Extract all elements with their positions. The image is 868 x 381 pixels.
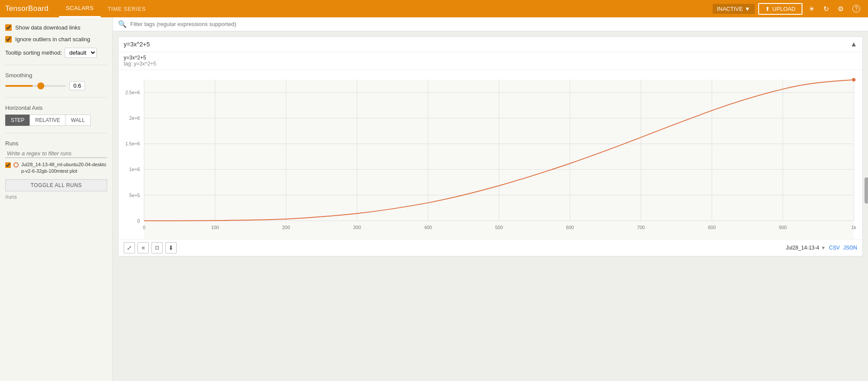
svg-text:500: 500 xyxy=(495,225,503,230)
horizontal-axis-label: Horizontal Axis xyxy=(5,105,107,111)
svg-text:1k: 1k xyxy=(852,225,857,230)
show-download-links-checkbox[interactable]: Show data download links xyxy=(5,24,107,31)
svg-text:400: 400 xyxy=(424,225,432,230)
run-item[interactable]: Jul28_14-13-48_ml-ubuntu20-04-desktop-v2… xyxy=(5,161,107,175)
divider-3 xyxy=(5,133,107,133)
svg-text:5e+5: 5e+5 xyxy=(129,193,140,198)
show-download-links-input[interactable] xyxy=(5,24,12,31)
svg-point-35 xyxy=(852,78,855,82)
axis-step-button[interactable]: STEP xyxy=(5,115,30,126)
svg-text:1.5e+6: 1.5e+6 xyxy=(125,141,140,146)
horizontal-axis-section: Horizontal Axis STEP RELATIVE WALL xyxy=(5,105,107,126)
run-checkbox[interactable] xyxy=(5,162,11,168)
axis-relative-button[interactable]: RELATIVE xyxy=(30,115,65,126)
smoothing-value-input[interactable]: 0.6 xyxy=(69,81,85,90)
run-label-tag: Jul28_14-13-4 ▼ xyxy=(786,245,826,251)
chart-tooltip-name: y=3x^2+5 xyxy=(124,55,857,61)
filter-search-icon: 🔍 xyxy=(118,20,127,28)
smoothing-row: 0.6 xyxy=(5,81,107,90)
svg-text:2.5e+6: 2.5e+6 xyxy=(125,90,140,95)
smoothing-label: Smoothing xyxy=(5,72,107,79)
chevron-down-icon: ▼ xyxy=(745,6,750,12)
upload-icon: ⬆ xyxy=(765,6,770,12)
toggle-all-runs-button[interactable]: TOGGLE ALL RUNS xyxy=(5,179,107,191)
runs-filter-input[interactable] xyxy=(5,149,107,158)
right-panel-handle[interactable] xyxy=(865,177,868,204)
svg-text:100: 100 xyxy=(211,225,219,230)
svg-text:1e+6: 1e+6 xyxy=(129,167,140,172)
chart-title: y=3x^2+5 xyxy=(124,41,150,48)
ignore-outliers-checkbox[interactable]: Ignore outliers in chart scaling xyxy=(5,36,107,43)
svg-text:700: 700 xyxy=(637,225,645,230)
run-color-dot xyxy=(13,162,19,168)
axis-buttons: STEP RELATIVE WALL xyxy=(5,115,107,126)
top-navigation: TensorBoard SCALARS TIME SERIES INACTIVE… xyxy=(0,0,868,17)
run-label-dropdown-arrow[interactable]: ▼ xyxy=(821,245,825,250)
nav-right: INACTIVE ▼ ⬆ UPLOAD ☀ ↻ ⚙ ? xyxy=(713,3,863,15)
settings-button[interactable]: ⚙ xyxy=(835,3,846,15)
filter-bar: 🔍 xyxy=(113,17,868,31)
theme-toggle-button[interactable]: ☀ xyxy=(806,3,817,15)
sun-icon: ☀ xyxy=(809,5,815,13)
tooltip-sort-select[interactable]: default xyxy=(65,48,97,58)
filter-tags-input[interactable] xyxy=(130,21,863,27)
smoothing-section: Smoothing 0.6 xyxy=(5,72,107,90)
nav-scalars[interactable]: SCALARS xyxy=(59,0,101,17)
svg-text:0: 0 xyxy=(143,225,145,230)
chart-svg-wrapper: 0 5e+5 1e+6 1.5e+6 2e+6 2.5e+6 0 100 200… xyxy=(118,70,862,239)
expand-view-button[interactable]: ⤢ xyxy=(124,242,135,253)
download-icon: ⬇ xyxy=(168,244,174,251)
json-download-link[interactable]: JSON xyxy=(843,245,857,251)
svg-text:0: 0 xyxy=(137,218,140,223)
status-select[interactable]: INACTIVE ▼ xyxy=(713,4,755,14)
runs-label: Runs xyxy=(5,140,107,147)
svg-text:2e+6: 2e+6 xyxy=(129,115,140,121)
smoothing-slider[interactable] xyxy=(5,85,66,87)
ignore-outliers-input[interactable] xyxy=(5,36,12,43)
refresh-button[interactable]: ↻ xyxy=(821,3,832,15)
upload-button[interactable]: ⬆ UPLOAD xyxy=(758,3,802,15)
app-logo: TensorBoard xyxy=(5,4,49,13)
chart-card: y=3x^2+5 ▲ y=3x^2+5 tag: y=3x^2+5 xyxy=(118,36,863,256)
expand-icon: ⤢ xyxy=(127,244,132,251)
svg-text:600: 600 xyxy=(566,225,574,230)
run-label: Jul28_14-13-48_ml-ubuntu20-04-desktop-v2… xyxy=(21,161,107,175)
lines-icon: ≡ xyxy=(141,245,145,251)
help-button[interactable]: ? xyxy=(850,3,863,14)
chart-collapse-button[interactable]: ▲ xyxy=(850,40,857,48)
divider-2 xyxy=(5,97,107,98)
svg-text:900: 900 xyxy=(779,225,787,230)
refresh-icon: ↻ xyxy=(823,5,829,13)
axis-wall-button[interactable]: WALL xyxy=(65,115,90,126)
runs-section: Runs Jul28_14-13-48_ml-ubuntu20-04-deskt… xyxy=(5,140,107,200)
select-region-icon: ⊡ xyxy=(155,245,159,251)
divider-1 xyxy=(5,65,107,65)
content-area: 🔍 y=3x^2+5 ▲ y=3x^2+5 tag: y=3x^2+5 xyxy=(113,17,868,381)
line-chart-button[interactable]: ≡ xyxy=(138,242,149,253)
chart-header: y=3x^2+5 ▲ xyxy=(118,37,862,52)
chart-run-label: Jul28_14-13-4 xyxy=(786,245,819,251)
chart-tooltip-label: y=3x^2+5 tag: y=3x^2+5 xyxy=(118,52,862,70)
main-layout: Show data download links Ignore outliers… xyxy=(0,17,868,381)
chart-footer-left: ⤢ ≡ ⊡ ⬇ xyxy=(124,242,177,253)
runs-path: /runs xyxy=(5,194,107,200)
chart-svg[interactable]: 0 5e+5 1e+6 1.5e+6 2e+6 2.5e+6 0 100 200… xyxy=(118,74,862,239)
chart-footer: ⤢ ≡ ⊡ ⬇ Jul28_14-1 xyxy=(118,239,862,256)
sidebar: Show data download links Ignore outliers… xyxy=(0,17,113,381)
nav-time-series[interactable]: TIME SERIES xyxy=(101,0,153,17)
chart-footer-right: Jul28_14-13-4 ▼ CSV JSON xyxy=(786,245,857,251)
svg-text:800: 800 xyxy=(708,225,716,230)
csv-download-link[interactable]: CSV xyxy=(829,245,840,251)
download-chart-button[interactable]: ⬇ xyxy=(165,242,177,253)
tooltip-sorting-row: Tooltip sorting method: default xyxy=(5,48,107,58)
help-icon: ? xyxy=(852,5,860,13)
svg-text:200: 200 xyxy=(282,225,290,230)
chart-tooltip-tag: tag: y=3x^2+5 xyxy=(124,61,857,67)
select-region-button[interactable]: ⊡ xyxy=(151,242,163,253)
svg-text:300: 300 xyxy=(353,225,361,230)
settings-icon: ⚙ xyxy=(838,5,844,13)
charts-area: y=3x^2+5 ▲ y=3x^2+5 tag: y=3x^2+5 xyxy=(113,31,868,381)
